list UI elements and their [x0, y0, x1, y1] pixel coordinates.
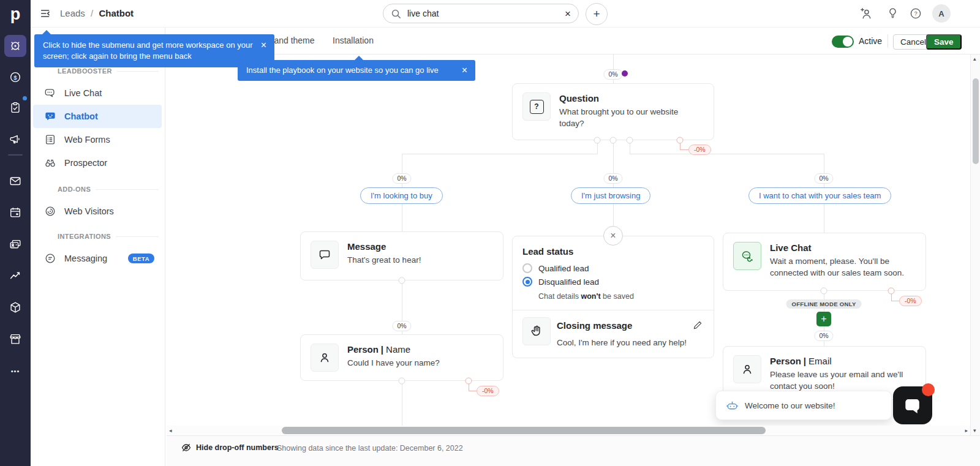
active-toggle[interactable] [832, 36, 854, 48]
radio-icon [522, 263, 532, 273]
save-button[interactable]: Save [926, 34, 962, 50]
user-avatar[interactable]: A [932, 4, 951, 23]
nav-mail[interactable] [6, 171, 25, 191]
answer-option-1[interactable]: I'm looking to buy [360, 187, 443, 204]
svg-text:$: $ [13, 74, 17, 81]
collapse-menu-icon [39, 7, 53, 20]
last-update-status: Showing data since the last update: Dece… [277, 444, 463, 453]
breadcrumb-current: Chatbot [99, 8, 134, 18]
install-tooltip: Install the playbook on your website so … [238, 60, 475, 81]
message-icon [318, 248, 331, 261]
chatbot-icon [44, 110, 56, 122]
whats-new-button[interactable] [886, 7, 899, 20]
eye-slash-icon [181, 443, 191, 453]
vertical-scroll-thumb[interactable] [973, 78, 979, 164]
connector [630, 154, 824, 154]
connector [402, 154, 598, 154]
connector-port[interactable] [594, 137, 601, 144]
nav-insights[interactable] [6, 266, 25, 285]
stat-badge: 0% [603, 69, 622, 80]
connector-port[interactable] [627, 137, 633, 144]
add-step-button[interactable]: + [816, 312, 831, 326]
dropoff-connector [680, 149, 688, 150]
scroll-right-arrow[interactable]: ▸ [965, 428, 968, 434]
person-name-node[interactable]: Person|Name Could I have your name? [300, 334, 503, 381]
search-input[interactable] [406, 8, 560, 19]
nav-more[interactable]: ••• [6, 361, 25, 381]
section-addons: ADD-ONS [58, 186, 159, 193]
chat-launcher-button[interactable] [893, 386, 932, 424]
global-search[interactable]: × [383, 4, 579, 23]
connector [613, 140, 614, 173]
nav-calendar[interactable] [6, 203, 25, 222]
close-icon: × [610, 230, 616, 241]
edit-closing-button[interactable] [693, 320, 703, 330]
chat-widget-preview[interactable]: Welcome to our website! [715, 391, 892, 420]
sidebar-item-web-visitors[interactable]: Web Visitors [33, 200, 162, 223]
question-node[interactable]: ? Question What brought you to our websi… [512, 83, 714, 140]
nav-marketplace[interactable] [6, 329, 25, 349]
close-tooltip-icon[interactable]: × [261, 40, 266, 50]
close-tooltip-icon[interactable]: × [462, 66, 467, 75]
radio-selected-icon [522, 277, 532, 287]
connector-port[interactable] [610, 137, 617, 144]
radio-qualified[interactable]: Qualified lead [522, 263, 589, 273]
dropoff-port[interactable] [466, 378, 472, 385]
nav-leads[interactable] [4, 35, 26, 57]
horizontal-scroll-thumb[interactable] [282, 427, 766, 434]
node-title: Message [347, 241, 421, 252]
quick-add-button[interactable]: + [586, 3, 608, 25]
nav-products[interactable] [6, 298, 25, 317]
horizontal-scrollbar[interactable]: ◂ ▸ [167, 426, 970, 435]
dropoff-port[interactable] [677, 137, 684, 144]
stat-badge: 0% [814, 173, 833, 184]
scroll-up-arrow[interactable]: ▴ [973, 56, 976, 62]
pipedrive-logo[interactable]: p [0, 2, 31, 26]
help-button[interactable]: ? [909, 7, 922, 20]
chart-icon [9, 269, 22, 282]
person-node-icon-box [311, 344, 339, 372]
toolbar-divider [888, 34, 888, 48]
sidebar-item-web-forms[interactable]: Web Forms [33, 128, 162, 151]
scroll-down-arrow[interactable]: ▾ [973, 428, 976, 434]
live-chat-node[interactable]: Live Chat Wait a moment, please. You'll … [723, 233, 926, 291]
lead-status-node[interactable]: Lead status Qualified lead Disqualified … [512, 236, 714, 358]
message-node[interactable]: Message That's great to hear! [300, 231, 503, 280]
stat-badge: 0% [392, 321, 411, 331]
sidebar-item-live-chat[interactable]: Live Chat [33, 81, 162, 105]
delete-node-button[interactable]: × [603, 226, 623, 246]
connector-port[interactable] [821, 288, 827, 295]
messaging-icon [44, 252, 56, 265]
sidebar-item-prospector[interactable]: Prospector [33, 151, 162, 175]
node-body: Cool, I'm here if you need any help! [557, 338, 687, 347]
collapse-submenu-button[interactable] [39, 7, 53, 20]
main-nav-rail: p $ ••• [0, 0, 31, 466]
nav-contacts[interactable] [6, 235, 25, 254]
dropoff-connector [891, 301, 899, 301]
add-user-icon [859, 7, 873, 21]
sidebar-item-chatbot[interactable]: Chatbot [33, 105, 162, 128]
radio-disqualified[interactable]: Disqualified lead [522, 277, 599, 287]
scroll-left-arrow[interactable]: ◂ [169, 428, 172, 434]
radar-icon [44, 205, 56, 217]
more-dots-icon: ••• [11, 367, 20, 375]
playbook-canvas[interactable]: 0% 0% 0% 0% 0% 0% -0% -0% -0% ? Question… [167, 54, 970, 426]
hide-dropoff-button[interactable]: Hide drop-off numbers [181, 443, 279, 453]
clear-search-icon[interactable]: × [565, 9, 571, 19]
connector-port[interactable] [399, 378, 405, 385]
connector-port[interactable] [399, 277, 405, 284]
dropoff-port[interactable] [888, 288, 895, 295]
sidebar-item-messaging[interactable]: Messaging BETA [33, 247, 162, 270]
widget-message: Welcome to our website! [745, 401, 835, 410]
nav-activities[interactable] [6, 98, 25, 118]
sidebar-item-label: Chatbot [64, 111, 98, 121]
breadcrumb-parent[interactable]: Leads [60, 8, 85, 18]
tab-installation[interactable]: Installation [333, 36, 374, 45]
answer-option-2[interactable]: I'm just browsing [571, 187, 650, 204]
invite-users-button[interactable] [859, 7, 873, 21]
nav-campaigns[interactable] [6, 130, 25, 149]
answer-option-3[interactable]: I want to chat with your sales team [748, 187, 891, 204]
pencil-icon [693, 320, 703, 330]
vertical-scrollbar[interactable]: ▴ ▾ [970, 54, 980, 435]
nav-deals[interactable]: $ [6, 67, 25, 87]
